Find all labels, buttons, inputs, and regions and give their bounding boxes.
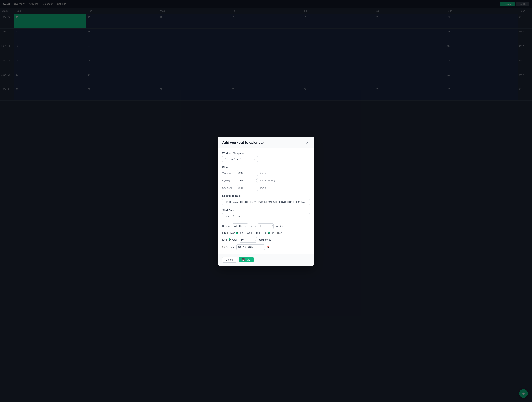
repeat-select-wrapper: Weekly Daily Monthly ▼ (232, 223, 248, 229)
cooldown-input-wrapper: ▲ ▼ (236, 185, 258, 191)
day-mon-group: Mon (228, 232, 235, 234)
day-sat-group: Sat (268, 232, 274, 234)
cancel-button[interactable]: Cancel (222, 257, 237, 263)
checkbox-mon[interactable] (228, 232, 230, 234)
repeat-select[interactable]: Weekly Daily Monthly (232, 223, 248, 229)
day-sun-group: Sun (275, 232, 282, 234)
every-label: every (250, 225, 256, 228)
cooldown-spinners: ▲ ▼ (255, 186, 258, 190)
modal-body: Workout Template Cycling Zone 3 ▼ Steps … (218, 148, 314, 254)
day-wed-group: Wed (244, 232, 252, 234)
cooldown-input[interactable] (236, 185, 258, 191)
checkbox-sat[interactable] (268, 232, 270, 234)
every-spinners: ▲ ▼ (271, 224, 273, 228)
label-on-date: On date (226, 246, 234, 249)
radio-ondate-group: On date (222, 246, 234, 249)
every-input-wrapper: ▲ ▼ (258, 223, 274, 229)
warmup-input-wrapper: ▲ ▼ (236, 170, 258, 176)
label-after: After (232, 238, 237, 241)
cycling-spin-up[interactable]: ▲ (255, 178, 258, 181)
checkbox-fri[interactable] (261, 232, 263, 234)
save-icon: 💾 (242, 258, 245, 261)
checkbox-wed[interactable] (244, 232, 246, 234)
label-thu: Thu (256, 232, 260, 234)
start-date-group: Start Date (222, 209, 310, 220)
on-date-input[interactable] (236, 244, 265, 250)
repeat-label: Repeat (222, 225, 230, 228)
modal-title: Add workout to calendar (222, 141, 264, 145)
workout-template-group: Workout Template Cycling Zone 3 ▼ (222, 152, 310, 162)
workout-template-label: Workout Template (222, 152, 310, 155)
checkbox-thu[interactable] (253, 232, 255, 234)
end-row: End After ▲ ▼ occurences (222, 237, 310, 243)
label-wed: Wed (247, 232, 252, 234)
modal-footer: Cancel 💾 Add (218, 254, 314, 266)
cooldown-spin-up[interactable]: ▲ (255, 186, 258, 188)
repeat-row: Repeat Weekly Daily Monthly ▼ every ▲ ▼ (222, 223, 310, 229)
warmup-input[interactable] (236, 170, 258, 176)
on-date-row: On date 📅 (222, 244, 310, 250)
cycling-input[interactable] (236, 178, 258, 183)
end-label: End (222, 238, 227, 241)
steps-section: Steps Warmup ▲ ▼ time_s Cycling (222, 166, 310, 191)
label-tue: Tue (239, 232, 243, 234)
warmup-row: Warmup ▲ ▼ time_s (222, 170, 310, 176)
warmup-label: Warmup (222, 172, 235, 174)
day-fri-group: Fri (261, 232, 266, 234)
add-workout-modal: Add workout to calendar ✕ Workout Templa… (218, 137, 314, 266)
warmup-unit: time_s (260, 172, 266, 174)
repetition-rule-label: Repetition Rule (222, 195, 310, 197)
start-date-label: Start Date (222, 209, 310, 212)
checkbox-tue[interactable] (236, 232, 238, 234)
calendar-icon: 📅 (266, 246, 270, 249)
warmup-spin-down[interactable]: ▼ (255, 173, 258, 175)
every-spin-down[interactable]: ▼ (271, 226, 273, 228)
cycling-spin-down[interactable]: ▼ (255, 181, 258, 183)
cycling-row: Cycling ▲ ▼ time_s scaling (222, 178, 310, 183)
after-spin-down[interactable]: ▼ (254, 240, 256, 242)
modal-overlay: Add workout to calendar ✕ Workout Templa… (0, 0, 532, 402)
every-spin-up[interactable]: ▲ (271, 224, 273, 226)
cooldown-row: Cooldown ▲ ▼ time_s (222, 185, 310, 191)
after-spinners: ▲ ▼ (254, 238, 256, 242)
cycling-unit: time_s (260, 179, 266, 182)
occurrences-label: occurences (259, 238, 271, 241)
workout-template-select[interactable]: Cycling Zone 3 (222, 156, 258, 162)
label-fri: Fri (264, 232, 266, 234)
cycling-input-wrapper: ▲ ▼ (236, 178, 258, 183)
day-thu-group: Thu (253, 232, 260, 234)
days-row: On Mon Tue Wed Thu (222, 232, 310, 234)
after-spin-up[interactable]: ▲ (254, 238, 256, 240)
cycling-label: Cycling (222, 179, 235, 182)
start-date-input[interactable] (222, 213, 310, 220)
label-sun: Sun (278, 232, 282, 234)
weeks-label: weeks (275, 225, 283, 228)
close-icon: ✕ (306, 141, 309, 145)
warmup-spinners: ▲ ▼ (255, 171, 258, 175)
cycling-extra: scaling (268, 179, 275, 182)
on-label: On (222, 232, 226, 234)
repetition-rule-group: Repetition Rule (222, 195, 310, 205)
workout-template-select-wrapper: Cycling Zone 3 ▼ (222, 156, 258, 162)
modal-header: Add workout to calendar ✕ (218, 137, 314, 148)
add-button[interactable]: 💾 Add (239, 257, 253, 262)
radio-after-group: After (228, 238, 237, 241)
day-tue-group: Tue (236, 232, 243, 234)
modal-close-button[interactable]: ✕ (305, 140, 310, 145)
radio-on-date[interactable] (222, 246, 225, 248)
cooldown-label: Cooldown (222, 187, 235, 189)
cooldown-spin-down[interactable]: ▼ (255, 188, 258, 190)
radio-after[interactable] (228, 239, 231, 241)
checkbox-sun[interactable] (275, 232, 278, 234)
label-mon: Mon (230, 232, 235, 234)
steps-title: Steps (222, 166, 310, 169)
cooldown-unit: time_s (260, 187, 266, 189)
after-input-wrapper: ▲ ▼ (239, 237, 257, 243)
repetition-rule-input[interactable] (222, 199, 310, 205)
warmup-spin-up[interactable]: ▲ (255, 171, 258, 173)
cycling-spinners: ▲ ▼ (255, 178, 258, 183)
label-sat: Sat (271, 232, 274, 234)
